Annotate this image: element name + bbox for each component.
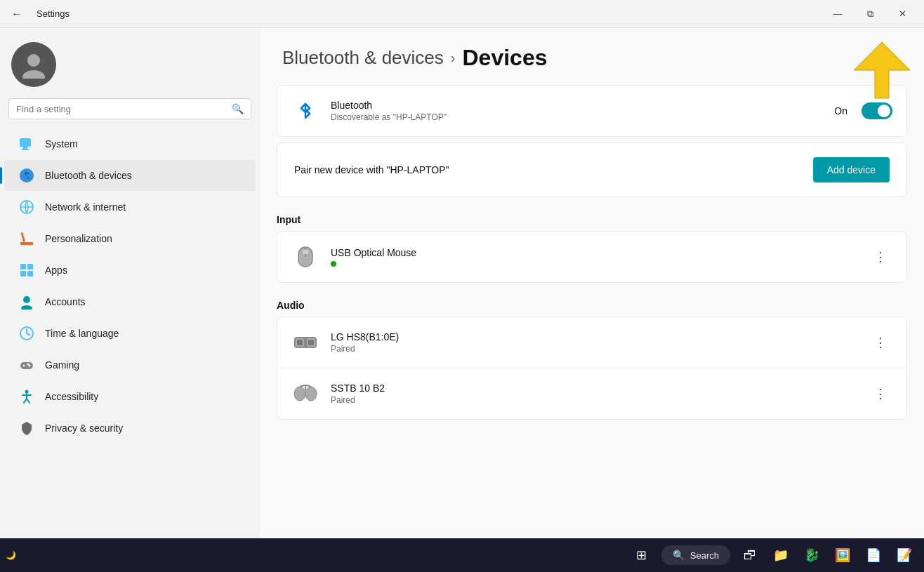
search-icon: 🔍 (232, 103, 244, 114)
weather-icon: 🌙 (6, 550, 16, 560)
personalization-icon (18, 230, 35, 247)
mouse-title: USB Optical Mouse (331, 247, 869, 258)
explorer-icon: 📁 (773, 547, 788, 563)
taskbar-search[interactable]: 🔍 Search (661, 545, 730, 565)
svg-rect-35 (297, 340, 303, 345)
bluetooth-subtitle: Discoverable as "HP-LAPTOP" (331, 112, 834, 122)
svg-point-14 (23, 296, 30, 303)
arrow-annotation (826, 35, 910, 105)
accessibility-icon (18, 388, 35, 405)
svg-point-38 (305, 387, 317, 401)
sidebar-item-accounts[interactable]: Accounts (4, 286, 256, 317)
input-card: USB Optical Mouse ⋮ (277, 231, 907, 283)
input-section-label: Input (260, 203, 924, 231)
sidebar-item-privacy[interactable]: Privacy & security (4, 413, 256, 444)
content-header: Bluetooth & devices › Devices (260, 28, 924, 85)
maximize-button[interactable]: ⧉ (854, 3, 886, 25)
svg-rect-3 (23, 147, 27, 149)
taskbar-app-explorer[interactable]: 📁 (767, 541, 795, 569)
app-title: Settings (37, 8, 70, 19)
sidebar-item-system[interactable]: System (4, 128, 256, 159)
taskbar-app-notepad[interactable]: 📄 (859, 541, 887, 569)
toggle-label: On (834, 105, 847, 117)
svg-rect-13 (27, 271, 33, 277)
sidebar-item-bluetooth[interactable]: Bluetooth & devices (4, 160, 256, 191)
sidebar-item-network[interactable]: Network & internet (4, 192, 256, 222)
sidebar-item-personalization[interactable]: Personalization (4, 223, 256, 254)
taskbar: 🌙 ⊞ 🔍 Search 🗗 📁 🐉 🖼️ 📄 📝 (0, 538, 924, 572)
taskbar-app-photoshop[interactable]: 🖼️ (829, 541, 857, 569)
audio-section-label: Audio (260, 288, 924, 317)
sidebar-item-label-apps: Apps (45, 265, 67, 276)
taskbar-search-icon: 🔍 (673, 550, 685, 561)
sidebar-item-accessibility[interactable]: Accessibility (4, 381, 256, 412)
minimize-button[interactable]: — (821, 3, 854, 25)
lg-hs8-row: LG HS8(B1:0E) Paired ⋮ (277, 317, 906, 368)
sstb-text: SSTB 10 B2 Paired (331, 383, 869, 405)
add-device-button[interactable]: Add device (813, 157, 890, 182)
privacy-icon (18, 420, 35, 437)
nav-container: SystemBluetooth & devicesNetwork & inter… (0, 128, 260, 444)
bluetooth-row: Bluetooth Discoverable as "HP-LAPTOP" On (277, 86, 906, 136)
close-button[interactable]: ✕ (886, 3, 918, 25)
lg-hs8-status: Paired (331, 344, 869, 354)
sidebar-item-label-accessibility: Accessibility (45, 391, 98, 402)
breadcrumb-current: Devices (462, 45, 547, 71)
system-icon (18, 135, 35, 152)
usb-mouse-row: USB Optical Mouse ⋮ (277, 232, 906, 282)
lg-hs8-more-button[interactable]: ⋮ (869, 332, 892, 353)
sstb-row: SSTB 10 B2 Paired ⋮ (277, 368, 906, 419)
search-input[interactable] (16, 104, 226, 114)
svg-rect-9 (20, 232, 25, 242)
svg-point-22 (27, 364, 29, 366)
pair-card: Pair new device with "HP-LAPTOP" Add dev… (277, 142, 907, 197)
bluetooth-toggle[interactable] (862, 102, 892, 119)
svg-rect-2 (20, 138, 31, 147)
taskbar-app-game[interactable]: 🐉 (798, 541, 826, 569)
lg-hs8-title: LG HS8(B1:0E) (331, 331, 869, 342)
sstb-more-button[interactable]: ⋮ (869, 383, 892, 404)
sidebar-item-label-bluetooth: Bluetooth & devices (45, 170, 132, 181)
bluetooth-card: Bluetooth Discoverable as "HP-LAPTOP" On (277, 85, 907, 137)
sidebar-item-apps[interactable]: Apps (4, 255, 256, 286)
network-icon (18, 199, 35, 215)
titlebar: ← Settings — ⧉ ✕ (0, 0, 924, 28)
avatar[interactable] (11, 42, 56, 87)
accounts-icon (18, 293, 35, 310)
notes-icon: 📝 (897, 547, 912, 563)
svg-rect-11 (27, 264, 33, 270)
sidebar: 🔍 SystemBluetooth & devicesNetwork & int… (0, 28, 260, 538)
svg-rect-10 (20, 264, 26, 270)
mouse-more-button[interactable]: ⋮ (869, 246, 892, 267)
audio-card: LG HS8(B1:0E) Paired ⋮ SSTB 10 B2 (277, 317, 907, 420)
svg-rect-4 (22, 149, 29, 150)
apps-icon (18, 262, 35, 279)
svg-point-23 (25, 390, 29, 394)
pair-text: Pair new device with "HP-LAPTOP" (294, 164, 449, 175)
start-button[interactable]: ⊞ (628, 541, 656, 569)
sidebar-item-time[interactable]: Time & language (4, 318, 256, 349)
taskbar-app-virtual-desktop[interactable]: 🗗 (736, 541, 764, 569)
taskbar-app-notes[interactable]: 📝 (890, 541, 918, 569)
sidebar-item-label-time: Time & language (45, 328, 119, 339)
lg-hs8-icon (291, 328, 319, 357)
mouse-text: USB Optical Mouse (331, 247, 869, 267)
sstb-status: Paired (331, 395, 869, 405)
sidebar-item-gaming[interactable]: Gaming (4, 350, 256, 380)
svg-point-5 (20, 168, 34, 182)
breadcrumb-separator: › (451, 50, 456, 66)
search-box[interactable]: 🔍 (8, 98, 251, 119)
connected-status-dot (331, 261, 336, 267)
svg-marker-28 (854, 42, 910, 98)
sidebar-item-label-system: System (45, 138, 78, 149)
svg-line-18 (27, 333, 29, 335)
sidebar-avatar (0, 36, 260, 98)
svg-rect-31 (303, 250, 308, 254)
titlebar-controls: — ⧉ ✕ (821, 3, 918, 25)
breadcrumb-parent[interactable]: Bluetooth & devices (282, 47, 444, 69)
taskbar-weather: 🌙 (6, 550, 19, 560)
bluetooth-icon (291, 97, 319, 125)
sstb-title: SSTB 10 B2 (331, 383, 869, 394)
back-button[interactable]: ← (6, 3, 28, 25)
svg-rect-19 (20, 362, 33, 369)
